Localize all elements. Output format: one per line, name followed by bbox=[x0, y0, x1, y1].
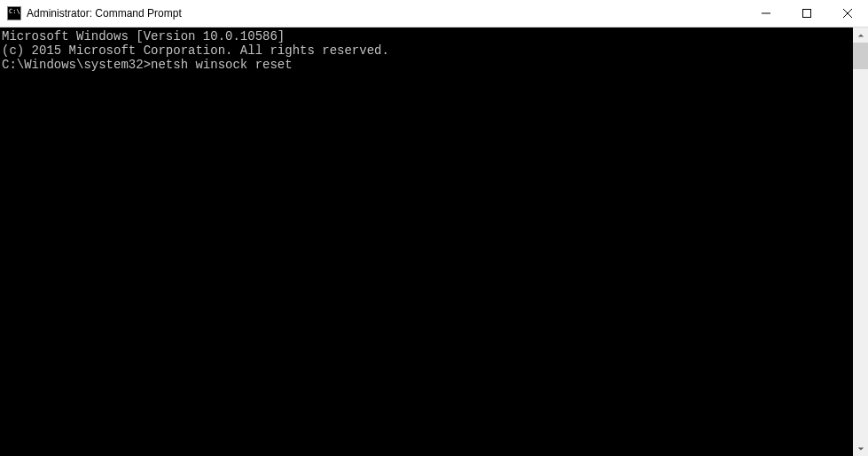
chevron-up-icon bbox=[857, 32, 864, 39]
typed-command: netsh winsock reset bbox=[151, 58, 293, 72]
svg-rect-1 bbox=[803, 10, 811, 18]
scroll-thumb[interactable] bbox=[853, 43, 868, 69]
minimize-button[interactable] bbox=[746, 0, 786, 27]
close-icon bbox=[843, 9, 852, 18]
minimize-icon bbox=[762, 9, 770, 18]
client-area: Microsoft Windows [Version 10.0.10586](c… bbox=[0, 28, 868, 456]
terminal-output[interactable]: Microsoft Windows [Version 10.0.10586](c… bbox=[0, 28, 853, 456]
vertical-scrollbar[interactable] bbox=[853, 28, 868, 456]
window-controls bbox=[746, 0, 868, 27]
prompt-line: C:\Windows\system32>netsh winsock reset bbox=[2, 58, 853, 72]
close-button[interactable] bbox=[827, 0, 868, 27]
cmd-icon bbox=[7, 6, 21, 20]
output-line: Microsoft Windows [Version 10.0.10586] bbox=[2, 29, 853, 43]
scroll-down-button[interactable] bbox=[853, 441, 868, 456]
maximize-icon bbox=[802, 9, 811, 18]
chevron-down-icon bbox=[857, 445, 864, 452]
scroll-track[interactable] bbox=[853, 43, 868, 441]
command-prompt-window: Administrator: Command Prompt Microsoft … bbox=[0, 0, 868, 456]
titlebar[interactable]: Administrator: Command Prompt bbox=[0, 0, 868, 28]
output-line: (c) 2015 Microsoft Corporation. All righ… bbox=[2, 43, 853, 58]
scroll-up-button[interactable] bbox=[853, 28, 868, 43]
window-title: Administrator: Command Prompt bbox=[27, 7, 746, 20]
maximize-button[interactable] bbox=[786, 0, 827, 27]
prompt-path: C:\Windows\system32> bbox=[2, 58, 151, 72]
